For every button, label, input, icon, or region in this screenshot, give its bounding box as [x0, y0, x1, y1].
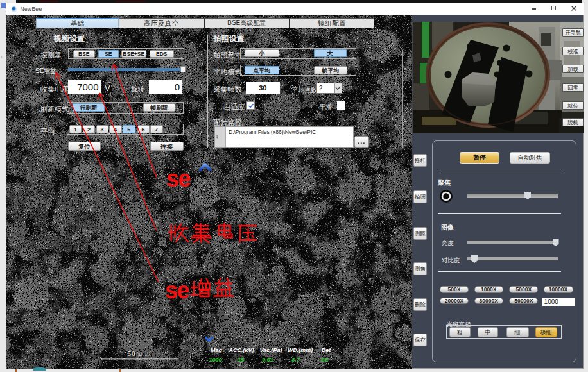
- svg-text:1000: 1000: [209, 357, 221, 363]
- svg-text:se: se: [165, 277, 189, 303]
- svg-text:WD.(mm): WD.(mm): [288, 347, 313, 353]
- svg-text:15: 15: [238, 357, 245, 363]
- svg-text:50 μ m: 50 μ m: [128, 350, 151, 357]
- svg-text:se: se: [166, 165, 191, 192]
- svg-text:Det: Det: [322, 347, 332, 353]
- svg-text:SE: SE: [320, 357, 329, 363]
- svg-text:Vac.(Pa): Vac.(Pa): [259, 347, 282, 353]
- svg-text:ACC.(kV): ACC.(kV): [228, 347, 254, 353]
- svg-text:8.7: 8.7: [291, 357, 300, 363]
- svg-text:Mag: Mag: [211, 347, 223, 353]
- svg-text:0.01: 0.01: [262, 357, 273, 363]
